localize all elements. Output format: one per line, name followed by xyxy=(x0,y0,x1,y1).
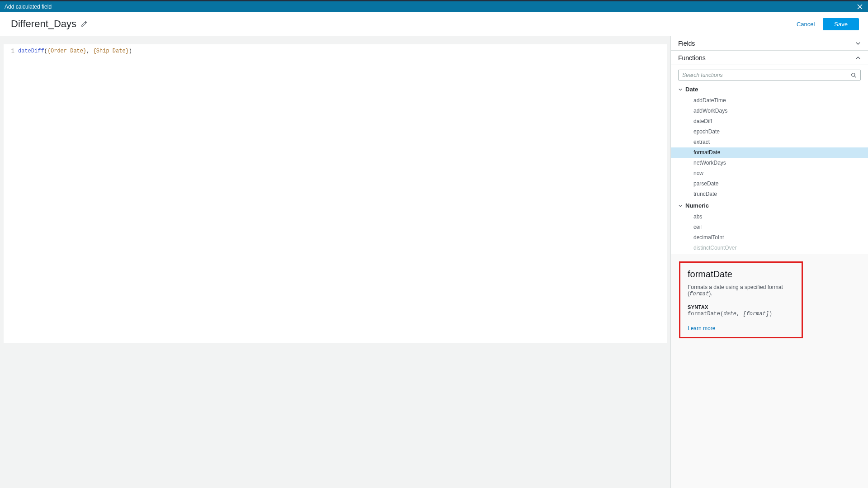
syntax-code: formatDate(date, [format]) xyxy=(688,311,794,317)
category-name: Date xyxy=(685,86,698,93)
doc-title: formatDate xyxy=(688,269,794,280)
save-button[interactable]: Save xyxy=(823,18,859,30)
pencil-icon xyxy=(81,21,87,27)
code-content: dateDiff({Order Date}, {Ship Date}) xyxy=(18,47,132,55)
function-item-netWorkDays[interactable]: netWorkDays xyxy=(671,158,868,168)
modal-title: Add calculated field xyxy=(5,4,52,10)
toolbar: Different_Days Cancel Save xyxy=(0,12,868,36)
close-button[interactable] xyxy=(856,3,863,10)
category-header-date[interactable]: Date xyxy=(671,83,868,95)
functions-panel-header[interactable]: Functions xyxy=(671,51,868,65)
function-item-ceil[interactable]: ceil xyxy=(671,222,868,232)
category-header-numeric[interactable]: Numeric xyxy=(671,199,868,212)
code-editor[interactable]: 1 dateDiff({Order Date}, {Ship Date}) xyxy=(4,44,667,343)
category-name: Numeric xyxy=(685,202,709,209)
chevron-down-icon xyxy=(678,87,683,92)
field-name[interactable]: Different_Days xyxy=(11,18,76,30)
chevron-down-icon xyxy=(678,204,683,208)
fields-panel-title: Fields xyxy=(678,40,695,47)
syntax-label: SYNTAX xyxy=(688,304,794,310)
function-item-truncDate[interactable]: truncDate xyxy=(671,189,868,199)
code-line: 1 dateDiff({Order Date}, {Ship Date}) xyxy=(4,47,667,55)
search-box[interactable] xyxy=(678,70,861,81)
fields-panel-header[interactable]: Fields xyxy=(671,36,868,51)
edit-name-button[interactable] xyxy=(81,21,87,27)
function-item-extract[interactable]: extract xyxy=(671,137,868,147)
editor-pane: 1 dateDiff({Order Date}, {Ship Date}) xyxy=(0,36,671,488)
doc-panel: formatDate Formats a date using a specif… xyxy=(671,254,868,488)
main-area: 1 dateDiff({Order Date}, {Ship Date}) Fi… xyxy=(0,36,868,488)
chevron-down-icon xyxy=(855,41,861,46)
chevron-up-icon xyxy=(855,55,861,61)
functions-panel-title: Functions xyxy=(678,54,706,62)
function-item-dateDiff[interactable]: dateDiff xyxy=(671,116,868,127)
right-pane: Fields Functions DateaddDateTimeaddWorkD… xyxy=(671,36,868,488)
function-item-addDateTime[interactable]: addDateTime xyxy=(671,95,868,106)
function-item-addWorkDays[interactable]: addWorkDays xyxy=(671,106,868,116)
function-item-epochDate[interactable]: epochDate xyxy=(671,127,868,137)
learn-more-link[interactable]: Learn more xyxy=(688,325,794,332)
modal-header: Add calculated field xyxy=(0,1,868,12)
functions-list[interactable]: DateaddDateTimeaddWorkDaysdateDiffepochD… xyxy=(671,83,868,254)
function-item-abs[interactable]: abs xyxy=(671,212,868,222)
field-name-wrap: Different_Days xyxy=(11,18,87,30)
toolbar-actions: Cancel Save xyxy=(797,18,859,30)
line-number: 1 xyxy=(4,47,18,55)
doc-highlight-box: formatDate Formats a date using a specif… xyxy=(679,261,803,338)
search-wrap xyxy=(671,65,868,83)
function-item-now[interactable]: now xyxy=(671,168,868,179)
close-icon xyxy=(857,4,863,9)
function-item-formatDate[interactable]: formatDate xyxy=(671,147,868,158)
cancel-button[interactable]: Cancel xyxy=(797,21,815,28)
function-item-parseDate[interactable]: parseDate xyxy=(671,179,868,189)
search-icon xyxy=(851,72,857,78)
search-input[interactable] xyxy=(682,72,851,78)
function-item-distinctCountOver[interactable]: distinctCountOver xyxy=(671,243,868,253)
function-item-decimalToInt[interactable]: decimalToInt xyxy=(671,232,868,243)
doc-description: Formats a date using a specified format … xyxy=(688,284,794,297)
svg-point-0 xyxy=(852,73,855,76)
